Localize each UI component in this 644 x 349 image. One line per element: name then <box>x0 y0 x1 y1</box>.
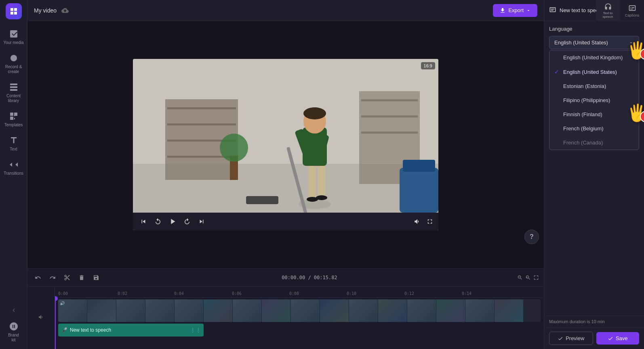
skip-back-button[interactable] <box>138 216 149 227</box>
lang-option-estonian[interactable]: Estonian (Estonia) <box>549 79 639 93</box>
thumb-3 <box>145 299 175 322</box>
sidebar-item-transitions[interactable]: Transitions <box>2 157 26 179</box>
rewind-button[interactable] <box>152 216 164 227</box>
lang-option-filipino[interactable]: Filipino (Philippines) <box>549 93 639 107</box>
lang-option-finnish[interactable]: Finnish (Finland) <box>549 107 639 121</box>
sidebar-item-brand-kit[interactable]: Brandkit <box>2 318 26 346</box>
save-button[interactable]: Save <box>596 332 640 345</box>
timeline-tracks-area: 0:00 0:02 0:04 0:06 0:08 0:10 0:12 0:14 <box>55 286 544 349</box>
svg-rect-16 <box>318 164 325 198</box>
video-scene: 16:9 <box>133 59 438 230</box>
svg-rect-5 <box>167 123 236 125</box>
svg-rect-10 <box>361 115 418 117</box>
language-dropdown-list: English (United Kingdom) ✓ English (Unit… <box>549 50 639 150</box>
thumb-7 <box>262 299 291 322</box>
sidebar: Your media Record &create Contentlibrary… <box>0 0 27 349</box>
thumb-13 <box>436 299 465 322</box>
right-panel-footer: Preview Save <box>544 327 644 349</box>
tts-tool-button[interactable]: Text tospeech <box>596 0 619 21</box>
lang-option-estonian-label: Estonian (Estonia) <box>563 83 606 89</box>
thumb-9 <box>320 299 349 322</box>
svg-point-18 <box>316 195 327 200</box>
app-logo[interactable] <box>6 3 22 19</box>
thumb-5 <box>204 299 233 322</box>
undo-button[interactable] <box>32 272 44 283</box>
aspect-ratio-badge: 16:9 <box>421 62 435 69</box>
sidebar-collapse-arrow[interactable] <box>9 305 19 315</box>
cut-button[interactable] <box>61 272 73 283</box>
sidebar-item-templates-label: Templates <box>4 123 23 127</box>
lang-option-filipino-label: Filipino (Philippines) <box>563 97 610 103</box>
video-area: 16:9 <box>27 21 544 268</box>
save-label: Save <box>616 335 628 341</box>
lang-option-french-ca[interactable]: French (Canada) <box>549 136 639 150</box>
thumb-1 <box>87 299 116 322</box>
export-button[interactable]: Export <box>493 4 537 17</box>
timeline-tracks: 🔊 <box>55 298 544 349</box>
lang-option-french-ca-label: French (Canada) <box>563 140 603 146</box>
lang-option-english-uk-label: English (United Kingdom) <box>563 54 623 61</box>
lang-option-finnish-label: Finnish (Finland) <box>563 111 602 117</box>
sidebar-item-templates[interactable]: Templates <box>2 108 26 131</box>
play-button[interactable] <box>167 216 178 227</box>
thumb-11 <box>378 299 407 322</box>
sidebar-item-content-library[interactable]: Contentlibrary <box>2 79 26 107</box>
thumb-14 <box>465 299 495 322</box>
tts-track[interactable]: 🎤 New text to speech ⋮⋮ <box>58 324 204 336</box>
language-select-button[interactable]: English (United States) <box>549 36 639 49</box>
lang-option-english-us[interactable]: ✓ English (United States) <box>549 65 639 79</box>
mute-button[interactable] <box>412 216 423 227</box>
main-area: My video Export <box>27 0 544 349</box>
save-clip-button[interactable] <box>90 272 102 283</box>
tts-track-label: New text to speech <box>70 327 111 333</box>
thumb-10 <box>349 299 378 322</box>
language-label: Language <box>549 26 639 32</box>
svg-point-27 <box>220 134 248 162</box>
sidebar-item-brand-label: Brandkit <box>8 333 19 343</box>
check-icon: ✓ <box>554 69 560 75</box>
svg-point-23 <box>303 107 326 119</box>
timeline-toolbar: 00:00.00 / 00:15.82 <box>27 269 544 286</box>
lang-option-english-us-label: English (United States) <box>563 69 617 75</box>
tts-tool-label: Text tospeech <box>603 12 613 19</box>
timeline-time: 00:00.00 / 00:15.82 <box>282 275 337 280</box>
fit-view-icon[interactable] <box>533 275 539 280</box>
fullscreen-button[interactable] <box>426 218 434 225</box>
right-panel: New text to speech Captions Text tospeec… <box>544 0 644 349</box>
skip-forward-button[interactable] <box>196 216 207 227</box>
video-track[interactable]: 🔊 <box>58 299 541 322</box>
sidebar-item-your-media-label: Your media <box>3 40 23 45</box>
zoom-in-icon[interactable] <box>525 275 531 280</box>
svg-rect-15 <box>309 164 316 200</box>
video-container: 16:9 <box>133 59 438 230</box>
sidebar-item-your-media[interactable]: Your media <box>2 26 26 48</box>
fast-forward-button[interactable] <box>181 216 193 227</box>
video-title: My video <box>34 7 57 14</box>
zoom-controls <box>517 275 539 280</box>
svg-rect-11 <box>361 132 418 134</box>
captions-label: Captions <box>625 13 640 17</box>
tts-track-handle[interactable]: ⋮⋮ <box>190 327 201 333</box>
zoom-out-icon[interactable] <box>517 275 523 280</box>
lang-option-english-uk[interactable]: English (United Kingdom) <box>549 50 639 65</box>
sidebar-item-record-label: Record &create <box>5 65 22 74</box>
redo-button[interactable] <box>47 272 58 283</box>
thumb-4 <box>175 299 204 322</box>
playhead[interactable] <box>55 298 56 349</box>
language-selected-value: English (United States) <box>554 40 608 46</box>
captions-button[interactable]: Captions <box>620 0 644 21</box>
help-button[interactable]: ? <box>524 230 539 244</box>
sidebar-item-transitions-label: Transitions <box>4 171 23 176</box>
timeline-ruler: 0:00 0:02 0:04 0:06 0:08 0:10 0:12 0:14 <box>55 286 544 298</box>
delete-button[interactable] <box>76 272 87 283</box>
preview-button[interactable]: Preview <box>549 332 593 345</box>
right-panel-content: Language English (United States) English… <box>544 21 644 316</box>
sidebar-item-text[interactable]: Text <box>2 132 26 155</box>
timeline-content: 0:00 0:02 0:04 0:06 0:08 0:10 0:12 0:14 <box>27 286 544 349</box>
svg-rect-9 <box>361 99 418 101</box>
lang-option-french-be[interactable]: French (Belgium) <box>549 121 639 136</box>
video-controls <box>133 213 438 230</box>
video-thumbnails <box>58 299 524 322</box>
sidebar-item-record-create[interactable]: Record &create <box>2 50 26 77</box>
playhead-handle[interactable] <box>55 296 58 301</box>
